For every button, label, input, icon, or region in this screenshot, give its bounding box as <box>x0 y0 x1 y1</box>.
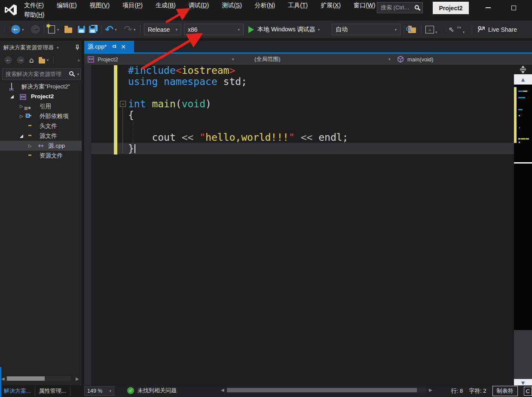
code-editor[interactable]: − #include<iostream>using namespace std;… <box>84 65 514 385</box>
save-all-button[interactable] <box>89 21 96 38</box>
tree-item-资源文件[interactable]: 资源文件 <box>0 151 82 161</box>
minimap-change-bar <box>514 87 517 143</box>
menu-item-窗口W[interactable]: 窗口(W) <box>353 1 376 10</box>
breadcrumb-member[interactable]: main(void) <box>407 56 434 63</box>
open-file-button[interactable] <box>64 21 72 38</box>
code-fold-toggle[interactable]: − <box>120 101 126 107</box>
document-tab[interactable]: 源.cpp* ✕ <box>84 41 134 52</box>
switch-views-button[interactable]: ▾ <box>39 57 49 64</box>
menu-item-帮助H[interactable]: 帮助(H) <box>23 11 45 19</box>
glyph-margin[interactable] <box>84 65 91 385</box>
tree-item-源文件[interactable]: ◢源文件 <box>0 131 82 141</box>
status-eol-button[interactable]: C <box>524 387 532 396</box>
menu-item-编辑E[interactable]: 编辑(E) <box>56 1 78 10</box>
tree-item-解决方案Project2[interactable]: ⋈解决方案"Project2" <box>0 82 82 91</box>
menu-item-生成B[interactable]: 生成(B) <box>155 1 177 10</box>
scrollbar-track[interactable] <box>514 330 532 379</box>
collapse-icon[interactable]: ◢ <box>10 94 14 99</box>
tool-window-tab-0[interactable]: 解决方案... <box>0 386 35 396</box>
menu-item-工具T[interactable]: 工具(T) <box>287 1 309 10</box>
solution-platform-dropdown[interactable]: x86▾ <box>184 24 244 35</box>
solution-explorer-header[interactable]: 解决方案资源管理器 ▾ <box>3 43 80 52</box>
platform-value: x86 <box>188 26 198 33</box>
close-icon[interactable]: ✕ <box>121 43 126 50</box>
zoom-level-dropdown[interactable]: 149 % ▾ <box>84 386 114 396</box>
maximize-button[interactable] <box>504 0 523 15</box>
save-button[interactable] <box>78 21 85 38</box>
scroll-up-button[interactable]: ▲ <box>514 74 532 85</box>
text-cursor <box>135 144 135 153</box>
breadcrumb-project-caret[interactable]: ▾ <box>232 57 234 61</box>
redo-icon: ↷ <box>124 24 132 36</box>
zoom-level-value: 149 % <box>87 388 102 394</box>
solution-search-input[interactable]: 搜索解决方案资源管理 ▾ <box>2 68 81 80</box>
home-icon[interactable]: ⌂ <box>29 56 34 64</box>
menu-item-视图V[interactable]: 视图(V) <box>89 1 111 10</box>
document-health-indicator[interactable]: ✓ 未找到相关问题 <box>127 387 177 394</box>
menu-item-调试D[interactable]: 调试(D) <box>188 1 210 10</box>
toolbar-grip[interactable]: ⋮⋮ <box>3 21 12 38</box>
redo-button[interactable]: ↷ ▾ <box>124 21 136 38</box>
tree-item-外部依赖项[interactable]: ▷外部依赖项 <box>0 111 82 121</box>
expand-icon[interactable]: ▷ <box>28 143 32 148</box>
scroll-right-icon[interactable]: ▶ <box>429 388 432 392</box>
auto-dropdown[interactable]: 自动▾ <box>332 24 401 35</box>
project-title-button[interactable]: Project2 <box>433 2 469 14</box>
menu-item-分析N[interactable]: 分析(N) <box>254 1 276 10</box>
tree-item-引用[interactable]: ▷引用 <box>0 101 82 111</box>
navigate-forward-button[interactable]: → <box>31 21 40 38</box>
undo-button[interactable]: ↶ ▾ <box>105 21 117 38</box>
minimize-button[interactable] <box>478 0 498 15</box>
menu-item-项目P[interactable]: 项目(P) <box>122 1 144 10</box>
minimap[interactable] <box>514 85 532 330</box>
pointer-mode-button[interactable]: ⇖ '' ▾ <box>449 21 465 38</box>
tree-item-头文件[interactable]: 头文件 <box>0 121 82 131</box>
expand-icon[interactable]: ▷ <box>20 114 23 118</box>
menu-item-测试S[interactable]: 测试(S) <box>221 1 243 10</box>
start-debugging-button[interactable]: 本地 Windows 调试器 ▾ <box>248 21 320 38</box>
editor-bottom-bar: 149 % ▾ ✓ 未找到相关问题 ◀ ▶ 行: 8 字符: 2 制表符 C <box>84 385 532 397</box>
navigate-back-button[interactable]: ← ▾ <box>11 21 24 38</box>
new-file-button[interactable]: ✱ ▾ <box>48 21 59 38</box>
solution-tree: ⋈解决方案"Project2"◢++Project2▷引用▷外部依赖项头文件◢源… <box>0 82 82 161</box>
overflow-chevrons-icon[interactable]: » <box>77 58 80 63</box>
pin-icon[interactable] <box>113 44 117 49</box>
code-line-4: int main(void) <box>128 98 348 109</box>
tree-item-Project2[interactable]: ◢++Project2 <box>0 91 82 101</box>
tree-back-button[interactable]: ← <box>4 56 12 64</box>
scrollbar-thumb[interactable] <box>7 376 45 381</box>
menu-item-扩展X[interactable]: 扩展(X) <box>320 1 342 10</box>
live-share-button[interactable]: Live Share <box>477 21 517 38</box>
solution-configuration-dropdown[interactable]: Release▾ <box>144 24 181 35</box>
breadcrumb-scope-caret[interactable]: ▾ <box>388 57 391 61</box>
splitter-handle[interactable] <box>514 65 532 74</box>
breadcrumb-scope[interactable]: (全局范围) <box>254 55 281 63</box>
editor-horizontal-scrollbar[interactable]: ◀ ▶ <box>221 387 434 393</box>
minimap-mark <box>518 97 525 98</box>
tool-window-tab-1[interactable]: 属性管理... <box>35 386 70 396</box>
scroll-left-icon[interactable]: ◀ <box>1 376 5 381</box>
solution-icon: ⋈ <box>11 83 12 90</box>
scroll-left-icon[interactable]: ◀ <box>221 388 224 392</box>
preview-button[interactable]: ⌂ ▾ <box>425 21 437 38</box>
tree-forward-button[interactable]: → <box>17 56 24 64</box>
pin-icon[interactable] <box>75 45 80 51</box>
tree-item-源.cpp[interactable]: ▷++源.cpp <box>0 141 82 151</box>
quotes-icon: '' <box>457 26 461 33</box>
expand-icon[interactable]: ▷ <box>20 104 23 109</box>
find-in-files-button[interactable] <box>408 21 416 38</box>
breadcrumb-project[interactable]: Project2 <box>98 56 118 63</box>
cpp-file-icon: ++ <box>38 142 43 149</box>
editor-vertical-scrollbar[interactable]: ▲ ▼ <box>514 65 532 387</box>
health-message: 未找到相关问题 <box>138 387 177 394</box>
solution-horizontal-scrollbar[interactable]: ◀ ▶ <box>0 375 82 382</box>
collapse-icon[interactable]: ◢ <box>20 133 23 138</box>
tool-window-tabs: 解决方案...属性管理... <box>0 385 82 396</box>
toolbar-separator <box>140 24 141 34</box>
menu-item-文件F[interactable]: 文件(F) <box>23 1 45 10</box>
quick-search-input[interactable]: 搜索 (Ctrl… <box>377 2 423 13</box>
code-line-7: cout << "hello,world!!!" << endl; <box>128 132 348 143</box>
status-tabs-button[interactable]: 制表符 <box>492 386 518 396</box>
scroll-right-icon[interactable]: ▶ <box>76 376 79 381</box>
scrollbar-thumb[interactable] <box>227 388 417 392</box>
